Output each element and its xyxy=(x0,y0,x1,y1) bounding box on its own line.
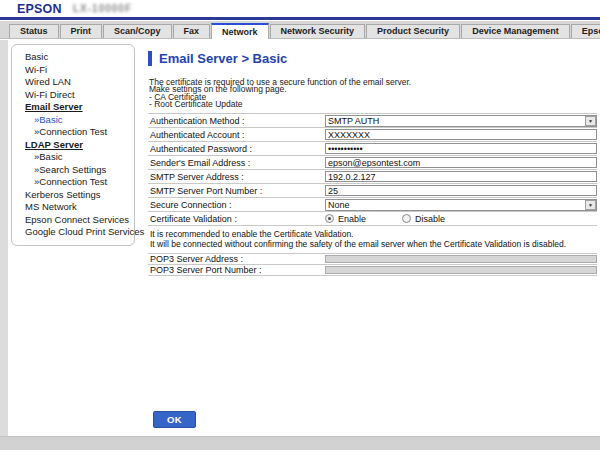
sidebar-item-wired-lan[interactable]: Wired LAN xyxy=(25,76,130,89)
secure-connection-row: Secure Connection : None ▼ xyxy=(148,198,597,212)
sidebar-item-ldap-server[interactable]: LDAP Server xyxy=(25,139,130,152)
page-description: The certificate is required to use a sec… xyxy=(149,79,411,109)
tab-epson-open-platform[interactable]: Epson Open Platform xyxy=(571,24,600,38)
chevron-down-icon: ▼ xyxy=(585,200,596,210)
pop3-address-row: POP3 Server Address : xyxy=(148,254,597,265)
enable-radio[interactable] xyxy=(325,214,334,223)
pop3-port-row: POP3 Server Port Number : xyxy=(148,265,597,276)
auth-account-input[interactable] xyxy=(325,129,597,140)
auth-password-row: Authenticated Password : xyxy=(148,142,597,156)
sidebar-item-wi-fi-direct[interactable]: Wi-Fi Direct xyxy=(25,89,130,102)
tab-device-management[interactable]: Device Management xyxy=(461,24,570,38)
sidebar-item-epson-connect-services[interactable]: Epson Connect Services xyxy=(25,214,130,227)
sidebar-item-basic[interactable]: Basic xyxy=(25,51,130,64)
sidebar-item-search-settings[interactable]: »Search Settings xyxy=(25,164,130,177)
auth-password-label: Authenticated Password : xyxy=(148,144,325,154)
tab-status[interactable]: Status xyxy=(9,24,59,38)
auth-method-select[interactable]: SMTP AUTH ▼ xyxy=(325,115,597,127)
sidebar-item-ms-network[interactable]: MS Network xyxy=(25,201,130,214)
disable-radio[interactable] xyxy=(402,214,411,223)
description-line: - Root Certificate Update xyxy=(149,101,411,108)
main-content: Email Server > Basic The certificate is … xyxy=(148,46,598,436)
auth-method-row: Authentication Method : SMTP AUTH ▼ xyxy=(148,114,597,128)
tab-scan-copy[interactable]: Scan/Copy xyxy=(103,24,172,38)
note-line: It will be connected without confirming … xyxy=(150,239,597,249)
smtp-address-label: SMTP Server Address : xyxy=(148,172,325,182)
bottom-status-bar xyxy=(0,436,600,450)
left-gutter xyxy=(0,40,8,436)
note-line: It is recommended to enable the Certific… xyxy=(150,229,597,239)
auth-method-value: SMTP AUTH xyxy=(326,116,379,126)
ok-button[interactable]: OK xyxy=(153,411,196,428)
sidebar-item-wi-fi[interactable]: Wi-Fi xyxy=(25,64,130,77)
page-title: Email Server > Basic xyxy=(159,51,287,66)
smtp-address-row: SMTP Server Address : xyxy=(148,170,597,184)
pop3-port-input xyxy=(325,266,597,274)
sidebar-item-connection-test[interactable]: »Connection Test xyxy=(25,126,130,139)
tab-bar: StatusPrintScan/CopyFaxNetworkNetwork Se… xyxy=(0,21,600,39)
tab-fax[interactable]: Fax xyxy=(173,24,211,38)
disable-radio-label: Disable xyxy=(415,214,445,224)
secure-connection-value: None xyxy=(326,200,350,210)
page-title-row: Email Server > Basic xyxy=(148,51,287,66)
cert-validation-row: Certificate Validation : Enable Disable xyxy=(148,212,597,226)
sidebar-item-basic[interactable]: »Basic xyxy=(25,114,130,127)
secure-connection-select[interactable]: None ▼ xyxy=(325,199,597,211)
pop3-address-input xyxy=(325,255,597,263)
chevron-down-icon: ▼ xyxy=(585,116,596,126)
sender-email-row: Sender's Email Address : xyxy=(148,156,597,170)
email-settings-form: Authentication Method : SMTP AUTH ▼ Auth… xyxy=(148,113,597,276)
auth-account-label: Authenticated Account : xyxy=(148,130,325,140)
sidebar-item-google-cloud-print-services[interactable]: Google Cloud Print Services xyxy=(25,226,130,239)
pop3-port-label: POP3 Server Port Number : xyxy=(148,265,325,275)
printer-model-blurred: LX-10000F xyxy=(73,3,132,14)
sidebar-item-connection-test[interactable]: »Connection Test xyxy=(25,176,130,189)
epson-logo: EPSON xyxy=(17,2,62,16)
sidebar-item-email-server[interactable]: Email Server xyxy=(25,101,130,114)
header-divider xyxy=(0,17,600,20)
smtp-port-label: SMTP Server Port Number : xyxy=(148,186,325,196)
tab-product-security[interactable]: Product Security xyxy=(366,24,460,38)
cert-validation-radio-group: Enable Disable xyxy=(325,214,481,224)
app-header: EPSON LX-10000F xyxy=(0,0,600,17)
cert-validation-note: It is recommended to enable the Certific… xyxy=(148,226,597,254)
tab-network[interactable]: Network xyxy=(211,23,269,39)
sender-email-label: Sender's Email Address : xyxy=(148,158,325,168)
auth-password-input[interactable] xyxy=(325,143,597,154)
enable-radio-label: Enable xyxy=(338,214,366,224)
auth-method-label: Authentication Method : xyxy=(148,116,325,126)
sender-email-input[interactable] xyxy=(325,157,597,168)
sidebar-item-kerberos-settings[interactable]: Kerberos Settings xyxy=(25,189,130,202)
auth-account-row: Authenticated Account : xyxy=(148,128,597,142)
title-accent-bar xyxy=(148,51,152,66)
tab-network-security[interactable]: Network Security xyxy=(270,24,366,38)
cert-validation-label: Certificate Validation : xyxy=(148,214,325,224)
smtp-port-row: SMTP Server Port Number : xyxy=(148,184,597,198)
tab-print[interactable]: Print xyxy=(60,24,103,38)
sidebar-item-basic[interactable]: »Basic xyxy=(25,151,130,164)
smtp-port-input[interactable] xyxy=(325,185,597,196)
pop3-address-label: POP3 Server Address : xyxy=(148,254,325,264)
secure-connection-label: Secure Connection : xyxy=(148,200,325,210)
smtp-address-input[interactable] xyxy=(325,171,597,182)
sidebar-nav: BasicWi-FiWired LANWi-Fi DirectEmail Ser… xyxy=(11,44,135,246)
